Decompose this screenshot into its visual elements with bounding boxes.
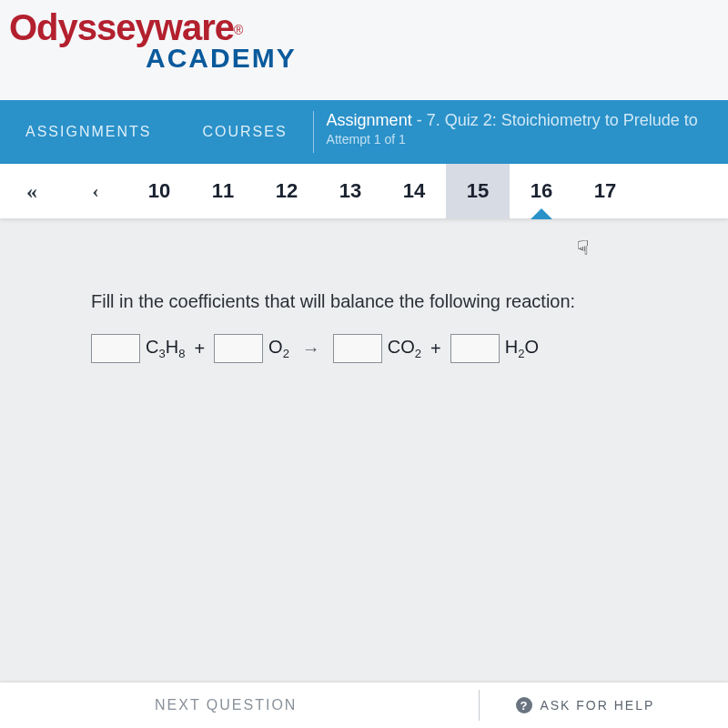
equation-row: C3H8 + O2 → CO2 + H2O (91, 334, 637, 363)
footer-divider (479, 690, 480, 721)
assignment-label: Assignment (327, 111, 412, 129)
navbar: ASSIGNMENTS COURSES Assignment - 7. Quiz… (0, 100, 728, 164)
coef-input-1[interactable] (91, 334, 140, 363)
tab-assignments[interactable]: ASSIGNMENTS (0, 100, 177, 164)
question-pager: « ‹ 10 11 12 13 14 15 16 17 (0, 164, 728, 218)
pager-item-13[interactable]: 13 (318, 164, 382, 218)
ask-help-label: ASK FOR HELP (540, 698, 654, 713)
attempt-text: Attempt 1 of 1 (327, 132, 698, 147)
assignment-header: Assignment - 7. Quiz 2: Stoichiometry to… (314, 100, 698, 164)
species-co2: CO2 (388, 337, 421, 360)
footer-bar: NEXT QUESTION ? ASK FOR HELP (0, 682, 728, 728)
next-question-button[interactable]: NEXT QUESTION (155, 697, 297, 713)
plus-1: + (190, 339, 208, 359)
help-icon: ? (516, 697, 532, 713)
brand-word: Odysseyware (9, 7, 234, 47)
question-content: Fill in the coefficients that will balan… (0, 218, 728, 682)
logo-line2: ACADEMY (146, 46, 728, 70)
coef-input-2[interactable] (214, 334, 263, 363)
species-o2: O2 (268, 337, 289, 360)
pager-item-10[interactable]: 10 (127, 164, 191, 218)
ask-for-help-button[interactable]: ? ASK FOR HELP (516, 697, 654, 713)
pager-item-16[interactable]: 16 (510, 164, 573, 218)
pager-prev-button[interactable]: ‹ (64, 179, 127, 203)
pager-item-15[interactable]: 15 (446, 164, 510, 218)
pager-item-14[interactable]: 14 (382, 164, 446, 218)
pager-first-button[interactable]: « (0, 179, 64, 204)
pager-item-12[interactable]: 12 (255, 164, 318, 218)
assignment-title: Assignment - 7. Quiz 2: Stoichiometry to… (327, 111, 698, 130)
app-window: Odysseyware® ACADEMY ASSIGNMENTS COURSES… (0, 0, 728, 728)
question-prompt: Fill in the coefficients that will balan… (91, 291, 637, 312)
plus-2: + (427, 339, 445, 359)
logo-area: Odysseyware® ACADEMY (0, 0, 728, 100)
reaction-arrow: → (295, 339, 328, 359)
coef-input-3[interactable] (333, 334, 382, 363)
pager-item-11[interactable]: 11 (191, 164, 255, 218)
pager-item-17[interactable]: 17 (573, 164, 637, 218)
coef-input-4[interactable] (450, 334, 500, 363)
registered-mark: ® (234, 23, 243, 37)
logo-line1: Odysseyware® (9, 9, 728, 46)
species-h2o: H2O (505, 337, 539, 360)
tab-courses[interactable]: COURSES (177, 100, 312, 164)
assignment-name: - 7. Quiz 2: Stoichiometry to Prelude to (417, 111, 698, 129)
species-c3h8: C3H8 (146, 337, 185, 360)
